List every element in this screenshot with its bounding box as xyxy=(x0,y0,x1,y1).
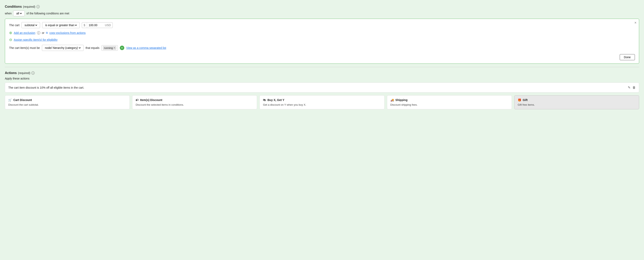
cart-discount-desc: Discount the cart subtotal. xyxy=(8,103,126,106)
subtotal-dropdown[interactable]: subtotal xyxy=(24,23,38,27)
action-description-text: The cart item discount is 10% off all el… xyxy=(8,86,84,89)
subtotal-select[interactable]: subtotal xyxy=(22,22,40,28)
buy-x-get-y-desc: Get a discount on Y when you buy X. xyxy=(263,103,381,106)
assign-items-link[interactable]: Assign specific item(s) for eligibility xyxy=(14,38,58,41)
operator-dropdown[interactable]: is equal or greater than xyxy=(44,23,78,27)
section-divider xyxy=(5,67,639,67)
assign-minus-icon[interactable]: ⊖ xyxy=(9,38,12,42)
edit-action-button[interactable]: ✎ xyxy=(628,86,630,89)
when-label: when xyxy=(5,12,12,15)
tag-remove-button[interactable]: × xyxy=(114,46,115,49)
add-exclusion-link[interactable]: Add an exclusion xyxy=(14,31,36,35)
amount-input[interactable] xyxy=(87,23,103,28)
assign-row: ⊖ Assign specific item(s) for eligibilit… xyxy=(9,38,635,42)
cart-items-label: The cart item(s) must be xyxy=(9,46,40,50)
conditions-required-label: (required) xyxy=(23,5,36,8)
cart-items-row: The cart item(s) must be node/ hierarchy… xyxy=(9,45,635,51)
cart-discount-title: 🛒 Cart Discount xyxy=(8,98,126,102)
buy-x-get-y-title: 🛍 Buy X, Get Y xyxy=(263,98,381,102)
items-discount-title: 🏷 Item(s) Discount xyxy=(136,98,254,102)
items-discount-card[interactable]: 🏷 Item(s) Discount Discount the selected… xyxy=(132,95,257,109)
the-cart-label: The cart xyxy=(9,24,20,27)
exclusion-row: ⊕ Add an exclusion i or ⧉ copy exclusion… xyxy=(9,31,635,35)
buy-x-get-y-icon: 🛍 xyxy=(263,98,266,102)
action-cards-grid: 🛒 Cart Discount Discount the cart subtot… xyxy=(5,95,639,109)
condition-row: The cart subtotal is equal or greater th… xyxy=(9,22,635,28)
gift-desc: Gift free items. xyxy=(518,103,636,106)
shipping-card[interactable]: 🚚 Shipping Discount shipping fees. xyxy=(387,95,512,109)
or-label: or xyxy=(42,31,44,35)
hierarchy-dropdown[interactable]: node/ hierarchy (category) xyxy=(44,46,81,50)
action-description-card: The cart item discount is 10% off all el… xyxy=(5,83,639,92)
shipping-desc: Discount shipping fees. xyxy=(390,103,508,106)
conditions-title-text: Conditions xyxy=(5,5,22,9)
condition-card: × The cart subtotal is equal or greater … xyxy=(5,19,639,64)
tag-value: running xyxy=(104,46,113,50)
add-exclusion-plus-icon[interactable]: ⊕ xyxy=(9,31,12,35)
operator-select[interactable]: is equal or greater than xyxy=(42,22,80,28)
actions-title-text: Actions xyxy=(5,71,17,75)
conditions-info-icon[interactable]: i xyxy=(36,5,40,8)
following-conditions-label: of the following conditions are met xyxy=(26,12,69,15)
items-discount-desc: Discount the selected items in condition… xyxy=(136,103,254,106)
view-list-link[interactable]: View as a comma separated list xyxy=(126,46,166,50)
done-button[interactable]: Done xyxy=(620,54,635,60)
cart-discount-card[interactable]: 🛒 Cart Discount Discount the cart subtot… xyxy=(5,95,130,109)
copy-exclusions-link[interactable]: copy exclusions from actions xyxy=(50,31,86,35)
apply-text: Apply these actions xyxy=(5,77,639,80)
copy-icon: ⧉ xyxy=(46,31,48,35)
when-row: when all of the following conditions are… xyxy=(5,11,639,16)
buy-x-get-y-card[interactable]: 🛍 Buy X, Get Y Get a discount on Y when … xyxy=(260,95,384,109)
done-row: Done xyxy=(9,54,635,60)
exclusion-info-icon[interactable]: i xyxy=(37,31,40,35)
currency-symbol: $ xyxy=(82,23,87,28)
all-select[interactable]: all xyxy=(13,11,25,16)
shipping-icon: 🚚 xyxy=(390,98,394,102)
shipping-title: 🚚 Shipping xyxy=(390,98,508,102)
gift-icon: 🎁 xyxy=(518,98,521,102)
actions-info-icon[interactable]: i xyxy=(31,71,34,75)
running-tag: running × xyxy=(103,46,116,50)
cart-discount-icon: 🛒 xyxy=(8,98,12,102)
gift-title: 🎁 Gift xyxy=(518,98,636,102)
actions-section: Actions (required) i Apply these actions… xyxy=(5,71,639,109)
that-equals-label: that equals xyxy=(86,46,100,50)
all-dropdown[interactable]: all xyxy=(16,12,22,15)
actions-title: Actions (required) i xyxy=(5,71,639,75)
amount-input-group: $ USD xyxy=(82,22,112,28)
conditions-section: Conditions (required) i when all of the … xyxy=(5,5,639,64)
action-icons: ✎ 🗑 xyxy=(628,86,636,89)
add-tag-button[interactable]: + xyxy=(120,46,124,50)
hierarchy-select[interactable]: node/ hierarchy (category) xyxy=(42,45,84,51)
currency-code: USD xyxy=(103,23,112,28)
close-button[interactable]: × xyxy=(634,21,636,25)
delete-action-button[interactable]: 🗑 xyxy=(632,86,636,89)
actions-required-label: (required) xyxy=(18,71,30,75)
items-discount-icon: 🏷 xyxy=(136,98,138,102)
tag-input-area[interactable]: running × xyxy=(102,45,118,51)
gift-card[interactable]: 🎁 Gift Gift free items. xyxy=(514,95,639,109)
conditions-title: Conditions (required) i xyxy=(5,5,639,9)
